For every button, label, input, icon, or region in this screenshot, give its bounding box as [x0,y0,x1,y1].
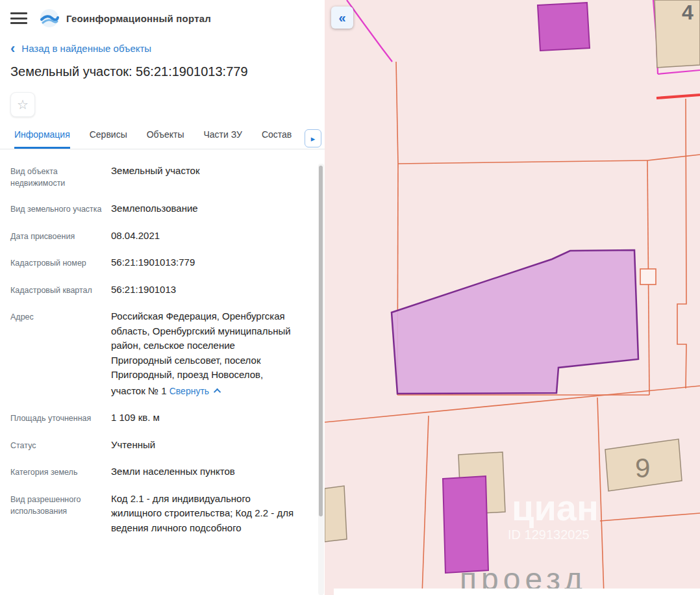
chevrons-left-icon: « [338,10,345,25]
info-value: Земельный участок [111,164,298,179]
info-label: Адрес [10,309,111,323]
info-label: Вид разрешенного использования [10,492,111,517]
app-title: Геоинформационный портал [66,13,211,24]
collapse-address-link[interactable]: Свернуть [169,384,221,399]
info-row-object-kind: Вид объекта недвижимости Земельный участ… [10,164,312,189]
info-label: Статус [10,438,111,451]
building-partial-left[interactable] [325,486,347,542]
info-label: Категория земель [10,464,111,478]
cadastral-map[interactable]: 4 9 7 циан ID 129132025 проезд [325,0,700,595]
tab-services[interactable]: Сервисы [90,129,127,149]
info-row-status: Статус Учтенный [10,438,312,453]
map-bottom-strip [334,589,700,595]
info-row-area: Площадь уточненная 1 109 кв. м [10,411,312,425]
info-row-land-category: Категория земель Земли населенных пункто… [10,464,312,479]
portal-logo-icon [39,8,60,29]
info-value: Код 2.1 - для индивидуального жилищного … [111,492,298,536]
info-value: 56:21:1901013 [111,283,298,298]
tab-information[interactable]: Информация [14,129,70,149]
building-4-label: 4 [682,1,694,24]
watermark: циан ID 129132025 [508,487,599,542]
info-value: Землепользование [111,201,298,216]
info-row-address: Адрес Российская Федерация, Оренбургская… [10,309,312,398]
star-icon: ☆ [17,97,29,112]
info-label: Дата присвоения [10,229,111,242]
arrow-right-icon: ▸ [311,134,316,144]
back-link-label: Назад в найденные объекты [21,43,151,54]
info-row-parcel-kind: Вид земельного участка Землепользование [10,201,312,216]
info-label: Вид объекта недвижимости [10,164,111,189]
info-label: Кадастровый номер [10,255,111,269]
back-link[interactable]: ‹ Назад в найденные объекты [0,43,325,54]
watermark-id: ID 129132025 [508,527,590,542]
info-value: Земли населенных пунктов [111,464,298,479]
panel-scrollbar[interactable] [318,164,324,595]
info-row-cadastral-block: Кадастровый квартал 56:21:1901013 [10,283,312,298]
chevron-up-icon [214,388,221,396]
purple-building-top[interactable] [538,3,590,51]
map-canvas[interactable]: 4 9 7 циан ID 129132025 проезд [325,0,700,595]
info-value: 08.04.2021 [111,229,298,244]
object-info-panel: Геоинформационный портал ‹ Назад в найде… [0,0,325,595]
menu-icon[interactable] [10,12,27,25]
tabs-scroll-right-button[interactable]: ▸ [305,129,321,147]
info-label: Кадастровый квартал [10,283,111,296]
info-list: Вид объекта недвижимости Земельный участ… [0,149,325,583]
building-9-label: 9 [635,453,650,483]
tab-parcel-parts[interactable]: Части ЗУ [203,129,242,149]
info-label: Вид земельного участка [10,201,111,215]
info-row-cadastral-number: Кадастровый номер 56:21:1901013:779 [10,255,312,270]
collapse-panel-button[interactable]: « [331,6,353,29]
favorite-star-button[interactable]: ☆ [10,92,35,117]
chevron-left-icon: ‹ [10,44,15,54]
watermark-brand: циан [512,487,599,528]
page-title: Земельный участок: 56:21:1901013:779 [10,64,314,79]
info-value: 1 109 кв. м [111,411,298,425]
info-label: Площадь уточненная [10,411,111,424]
geoportal-app: Геоинформационный портал ‹ Назад в найде… [0,0,700,595]
collapse-label: Свернуть [169,384,209,399]
info-row-assignment-date: Дата присвоения 08.04.2021 [10,229,312,244]
tab-composition[interactable]: Состав [262,129,292,149]
tab-objects[interactable]: Объекты [147,129,184,149]
purple-building-bottom[interactable] [443,476,488,573]
tab-bar: Информация Сервисы Объекты Части ЗУ Сост… [0,127,325,149]
panel-header: Геоинформационный портал [0,0,325,36]
info-row-permitted-use: Вид разрешенного использования Код 2.1 -… [10,492,312,536]
info-value: 56:21:1901013:779 [111,255,298,270]
info-value: Учтенный [111,438,298,453]
panel-scrollbar-thumb[interactable] [319,166,323,516]
info-value: Российская Федерация, Оренбургская облас… [111,309,298,398]
